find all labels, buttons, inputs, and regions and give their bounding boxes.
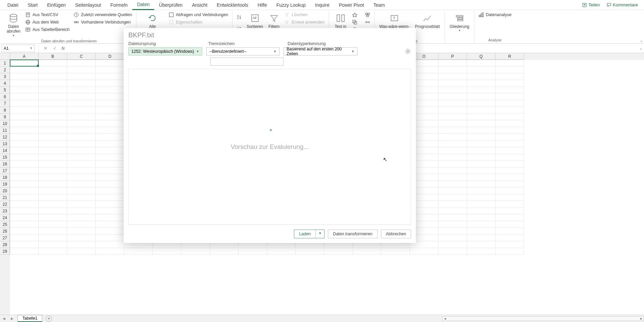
row-header[interactable]: 26 [0, 228, 10, 235]
cell[interactable] [467, 174, 496, 181]
load-button[interactable]: Laden▼ [294, 230, 325, 238]
cell[interactable] [96, 228, 124, 235]
cell[interactable] [153, 248, 181, 255]
cell[interactable] [67, 174, 96, 181]
cell[interactable] [96, 140, 124, 147]
row-header[interactable]: 11 [0, 127, 10, 134]
row-header[interactable]: 21 [0, 194, 10, 201]
cell[interactable] [10, 67, 39, 73]
cell[interactable] [39, 120, 67, 127]
cell[interactable] [467, 120, 496, 127]
cell[interactable] [467, 208, 496, 214]
cell[interactable] [96, 208, 124, 214]
cell[interactable] [96, 241, 124, 248]
cell[interactable] [39, 235, 67, 241]
settings-icon[interactable] [404, 48, 411, 55]
cell[interactable] [10, 228, 39, 235]
cell[interactable] [267, 248, 296, 255]
cell[interactable] [467, 167, 496, 174]
cell[interactable] [67, 140, 96, 147]
cell[interactable] [67, 73, 96, 80]
cell[interactable] [10, 161, 39, 167]
custom-delimiter-input[interactable] [210, 57, 284, 66]
cell[interactable] [96, 60, 124, 67]
cell[interactable] [96, 100, 124, 107]
cell[interactable] [496, 140, 524, 147]
cell[interactable] [39, 161, 67, 167]
row-header[interactable]: 5 [0, 87, 10, 93]
cell[interactable] [96, 161, 124, 167]
cell[interactable] [39, 60, 67, 67]
cell[interactable] [467, 134, 496, 140]
row-header[interactable]: 7 [0, 100, 10, 107]
cell[interactable] [39, 167, 67, 174]
cell[interactable] [496, 73, 524, 80]
sheet-tab[interactable]: Tabelle1 [17, 315, 43, 322]
cell[interactable] [10, 87, 39, 93]
tab-entwicklertools[interactable]: Entwicklertools [212, 0, 253, 10]
cell[interactable] [467, 235, 496, 241]
row-header[interactable]: 6 [0, 93, 10, 100]
cell[interactable] [467, 201, 496, 208]
cell[interactable] [67, 107, 96, 114]
cell[interactable] [39, 107, 67, 114]
cell[interactable] [10, 114, 39, 120]
cell[interactable] [438, 188, 467, 194]
enter-formula-icon[interactable]: ✓ [52, 46, 57, 51]
cell[interactable] [438, 100, 467, 107]
cell[interactable] [438, 221, 467, 228]
cell[interactable] [496, 201, 524, 208]
scroll-right-icon[interactable]: ► [639, 317, 644, 320]
detection-dropdown[interactable]: Basierend auf den ersten 200 Zeilen▼ [284, 47, 357, 55]
tab-start[interactable]: Start [23, 0, 43, 10]
cell[interactable] [467, 188, 496, 194]
cell[interactable] [467, 80, 496, 87]
row-headers[interactable]: 1234567891011121314151617181920212223242… [0, 60, 10, 315]
cell[interactable] [67, 181, 96, 188]
cell[interactable] [438, 208, 467, 214]
cell[interactable] [10, 134, 39, 140]
cell[interactable] [67, 241, 96, 248]
cell[interactable] [67, 228, 96, 235]
cell[interactable] [438, 241, 467, 248]
row-header[interactable]: 3 [0, 73, 10, 80]
cell[interactable] [496, 161, 524, 167]
cell[interactable] [496, 214, 524, 221]
cell[interactable] [10, 221, 39, 228]
name-box[interactable]: A1▼ [1, 45, 35, 52]
row-header[interactable]: 18 [0, 174, 10, 181]
cell[interactable] [438, 107, 467, 114]
cell[interactable] [467, 127, 496, 134]
cell[interactable] [467, 107, 496, 114]
tab-powerpivot[interactable]: Power Pivot [334, 0, 369, 10]
cell[interactable] [496, 87, 524, 93]
row-header[interactable]: 14 [0, 147, 10, 154]
row-header[interactable]: 8 [0, 107, 10, 114]
cell[interactable] [39, 114, 67, 120]
cell[interactable] [438, 140, 467, 147]
cell[interactable] [438, 201, 467, 208]
row-header[interactable]: 28 [0, 241, 10, 248]
cell[interactable] [96, 214, 124, 221]
cell[interactable] [10, 235, 39, 241]
tab-ansicht[interactable]: Ansicht [187, 0, 212, 10]
cell[interactable] [67, 214, 96, 221]
cell[interactable] [496, 100, 524, 107]
cell[interactable] [496, 174, 524, 181]
tab-ueberpruefen[interactable]: Überprüfen [154, 0, 187, 10]
cell[interactable] [353, 248, 381, 255]
cell[interactable] [96, 114, 124, 120]
cell[interactable] [96, 80, 124, 87]
from-table-button[interactable]: Aus Tabelle/Bereich [24, 26, 71, 33]
cell[interactable] [67, 248, 96, 255]
row-header[interactable]: 20 [0, 188, 10, 194]
cell[interactable] [67, 221, 96, 228]
cell[interactable] [438, 60, 467, 67]
cell[interactable] [438, 181, 467, 188]
cell[interactable] [39, 214, 67, 221]
row-header[interactable]: 27 [0, 235, 10, 241]
cell[interactable] [467, 214, 496, 221]
cell[interactable] [67, 208, 96, 214]
cell[interactable] [96, 248, 124, 255]
file-origin-dropdown[interactable]: 1252: Westeuropäisch (Windows)▼ [128, 47, 202, 55]
